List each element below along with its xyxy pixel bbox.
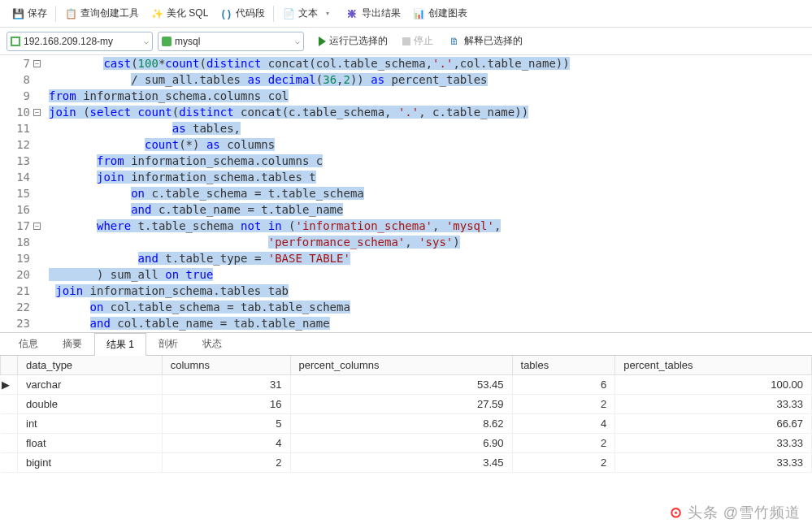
code-line[interactable]: as tables, — [46, 120, 812, 136]
beautify-label: 美化 SQL — [167, 6, 208, 20]
watermark-icon: ⊙ — [670, 504, 683, 521]
line-number: 22 — [0, 299, 46, 315]
result-grid[interactable]: data_typecolumnspercent_columnstablesper… — [0, 356, 812, 473]
code-line[interactable]: cast(100*count(distinct concat(col.table… — [46, 55, 812, 71]
line-number: 10− — [0, 104, 46, 120]
tab-summary[interactable]: 摘要 — [50, 332, 94, 355]
query-tool-icon: 📋 — [64, 7, 77, 20]
fold-icon[interactable]: − — [33, 109, 41, 116]
connection-bar: 192.168.209.128-my ⌵ mysql ⌵ 运行已选择的 停止 🗎… — [0, 28, 812, 55]
code-seg-label: 代码段 — [236, 6, 265, 20]
explain-icon: 🗎 — [448, 35, 461, 48]
beautify-button[interactable]: ✨ 美化 SQL — [145, 3, 213, 24]
chevron-down-icon: ⌵ — [144, 37, 149, 45]
code-line[interactable]: from information_schema.columns c — [46, 153, 812, 169]
code-line[interactable]: and col.table_name = tab.table_name — [46, 315, 812, 331]
tab-info[interactable]: 信息 — [7, 332, 50, 355]
fold-icon[interactable]: − — [33, 60, 41, 67]
export-label: 导出结果 — [362, 6, 401, 20]
line-number: 21 — [0, 283, 46, 299]
table-row[interactable]: int58.62466.67 — [1, 414, 812, 434]
grid-header-row: data_typecolumnspercent_columnstablesper… — [1, 356, 812, 375]
column-header[interactable]: tables — [512, 356, 615, 375]
query-tool-label: 查询创建工具 — [80, 6, 139, 20]
code-line[interactable]: and c.table_name = t.table_name — [46, 201, 812, 218]
play-icon — [319, 37, 326, 46]
save-icon: 💾 — [11, 7, 24, 20]
code-line[interactable]: 'performance_schema', 'sys') — [46, 234, 812, 250]
line-number: 9 — [0, 88, 46, 104]
code-line[interactable]: count(*) as columns — [46, 136, 812, 153]
sql-editor[interactable]: 7−8910−11121314151617−181920212223 cast(… — [0, 55, 812, 333]
line-number: 12 — [0, 136, 46, 153]
line-number: 18 — [0, 234, 46, 250]
column-header[interactable]: percent_tables — [615, 356, 812, 375]
line-number: 16 — [0, 201, 46, 218]
save-button[interactable]: 💾 保存 — [7, 3, 52, 24]
query-tool-button[interactable]: 📋 查询创建工具 — [59, 3, 144, 24]
beautify-icon: ✨ — [150, 7, 163, 20]
text-icon: 📄 — [282, 7, 295, 20]
result-tabs: 信息 摘要 结果 1 剖析 状态 — [0, 333, 812, 356]
line-gutter: 7−8910−11121314151617−181920212223 — [0, 55, 46, 332]
run-label: 运行已选择的 — [329, 34, 388, 48]
line-number: 7− — [0, 55, 46, 71]
stop-button[interactable]: 停止 — [397, 32, 438, 50]
main-toolbar: 💾 保存 📋 查询创建工具 ✨ 美化 SQL ( ) 代码段 📄 文本 ▾ 🞽 … — [0, 0, 812, 28]
line-number: 11 — [0, 120, 46, 136]
column-header[interactable]: columns — [162, 356, 290, 375]
line-number: 15 — [0, 185, 46, 201]
database-name: mysql — [175, 36, 200, 47]
column-header[interactable]: data_type — [18, 356, 163, 375]
run-selected-button[interactable]: 运行已选择的 — [314, 32, 393, 50]
line-number: 20 — [0, 266, 46, 283]
table-row[interactable]: double1627.59233.33 — [1, 395, 812, 414]
line-number: 19 — [0, 250, 46, 266]
server-dropdown[interactable]: 192.168.209.128-my ⌵ — [7, 32, 153, 51]
chart-button[interactable]: 📊 创建图表 — [407, 3, 472, 24]
column-header[interactable]: percent_columns — [290, 356, 512, 375]
code-line[interactable]: / sum_all.tables as decimal(36,2)) as pe… — [46, 71, 812, 88]
database-dropdown[interactable]: mysql ⌵ — [158, 32, 304, 51]
chevron-down-icon: ⌵ — [295, 37, 300, 45]
code-line[interactable]: where t.table_schema not in ('informatio… — [46, 218, 812, 234]
stop-label: 停止 — [414, 34, 433, 48]
line-number: 17− — [0, 218, 46, 234]
explain-label: 解释已选择的 — [464, 34, 523, 48]
save-label: 保存 — [28, 6, 47, 20]
code-line[interactable]: on col.table_schema = tab.table_schema — [46, 299, 812, 315]
text-button[interactable]: 📄 文本 ▾ — [277, 3, 339, 24]
code-line[interactable]: from information_schema.columns col — [46, 88, 812, 104]
code-seg-button[interactable]: ( ) 代码段 — [215, 3, 270, 24]
chart-icon: 📊 — [412, 7, 425, 20]
tab-profile[interactable]: 剖析 — [146, 332, 190, 355]
tab-result[interactable]: 结果 1 — [94, 333, 146, 356]
line-number: 8 — [0, 71, 46, 88]
text-label: 文本 — [298, 6, 318, 20]
line-number: 14 — [0, 169, 46, 185]
tab-status[interactable]: 状态 — [190, 332, 234, 355]
code-line[interactable]: ) sum_all on true — [46, 266, 812, 283]
code-seg-icon: ( ) — [219, 7, 232, 20]
table-row[interactable]: float46.90233.33 — [1, 434, 812, 453]
code-line[interactable]: on c.table_schema = t.table_schema — [46, 185, 812, 201]
watermark-prefix: 头条 — [688, 503, 719, 522]
table-row[interactable]: ▶varchar3153.456100.00 — [1, 375, 812, 395]
server-name: 192.168.209.128-my — [24, 36, 113, 47]
code-line[interactable]: join information_schema.tables t — [46, 169, 812, 185]
explain-button[interactable]: 🗎 解释已选择的 — [443, 32, 528, 50]
export-icon: 🞽 — [345, 7, 358, 20]
database-icon — [162, 37, 172, 46]
line-number: 13 — [0, 153, 46, 169]
stop-icon — [402, 37, 410, 45]
watermark-text: @雪竹频道 — [723, 503, 801, 522]
code-line[interactable]: join information_schema.tables tab — [46, 283, 812, 299]
code-area[interactable]: cast(100*count(distinct concat(col.table… — [46, 55, 812, 332]
export-button[interactable]: 🞽 导出结果 — [341, 3, 406, 24]
code-line[interactable]: and t.table_type = 'BASE TABLE' — [46, 250, 812, 266]
fold-icon[interactable]: − — [33, 223, 41, 230]
separator — [273, 6, 274, 22]
chart-label: 创建图表 — [428, 6, 467, 20]
table-row[interactable]: bigint23.45233.33 — [1, 453, 812, 473]
code-line[interactable]: join (select count(distinct concat(c.tab… — [46, 104, 812, 120]
